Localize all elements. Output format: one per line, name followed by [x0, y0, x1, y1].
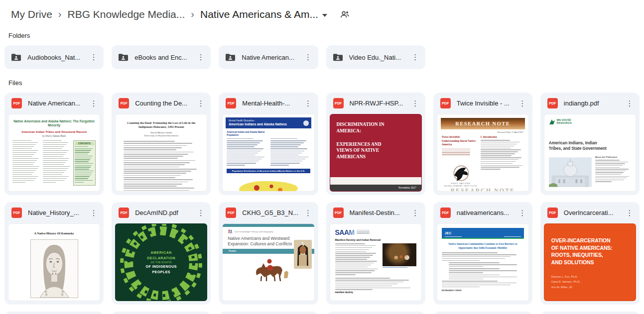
- text-line: [124, 149, 176, 150]
- text-line: [357, 230, 370, 230]
- text-line: [12, 164, 33, 165]
- files-grid: PDF Native American... ⋮ Native American…: [0, 93, 644, 314]
- file-name: DecAmIND.pdf: [135, 209, 195, 216]
- file-card-partial[interactable]: [540, 312, 640, 314]
- preview-title-2: EXPERIENCES AND VIEWS OF NATIVE AMERICAN…: [337, 141, 393, 160]
- file-card-partial[interactable]: [112, 312, 211, 314]
- text-line: [75, 152, 90, 152]
- preview-intro-heading: I. Introduction: [481, 135, 524, 138]
- kebab-menu-icon[interactable]: ⋮: [516, 207, 528, 219]
- text-line: [12, 176, 38, 177]
- file-card-manifest-destiny[interactable]: PDF Manifest-Destin... ⋮ SAAM Manifest D…: [326, 202, 425, 305]
- text-line: [449, 275, 500, 276]
- file-card-indiangb[interactable]: PDF indiangb.pdf ⋮ MN HOUSE RESEARCH Ame…: [540, 93, 640, 195]
- file-name: Manifest-Destin...: [350, 209, 409, 216]
- chevron-down-icon[interactable]: [322, 14, 327, 17]
- text-line: [75, 178, 88, 179]
- file-card-over-incarceration[interactable]: PDF OverIncarcerati... ⋮ OVER-INCARCERAT…: [540, 202, 640, 305]
- file-card-header: PDF Native_History_... ⋮: [4, 202, 104, 223]
- text-lines: [122, 141, 201, 192]
- cover-white-band: [330, 177, 421, 185]
- text-line: [357, 233, 370, 233]
- folder-card-ebooks[interactable]: eBooks and Enc... ⋮: [112, 45, 211, 69]
- kebab-menu-icon[interactable]: ⋮: [302, 51, 314, 63]
- kebab-menu-icon[interactable]: ⋮: [409, 98, 421, 109]
- file-card-twice-invisible[interactable]: PDF Twice Invisible - ... ⋮ RESEARCH NOT…: [433, 93, 532, 195]
- file-card-partial[interactable]: [326, 312, 425, 314]
- kebab-menu-icon[interactable]: ⋮: [624, 98, 636, 109]
- file-card-header: PDF Manifest-Destin... ⋮: [326, 202, 425, 223]
- kebab-menu-icon[interactable]: ⋮: [302, 207, 314, 219]
- preview-intro-heading: INTRODUCTION: [442, 289, 524, 292]
- preview-title: OVER-INCARCERATION OF NATIVE AMERICANS: …: [551, 237, 629, 266]
- folders-section-label: Folders: [8, 32, 644, 39]
- file-card-header: PDF Mental-Health-... ⋮: [219, 93, 318, 114]
- chevron-right-icon: ›: [58, 8, 62, 20]
- kebab-menu-icon[interactable]: ⋮: [409, 51, 421, 63]
- kebab-menu-icon[interactable]: ⋮: [624, 207, 636, 219]
- text-line: [481, 167, 519, 168]
- kebab-menu-icon[interactable]: ⋮: [195, 207, 207, 219]
- file-card-mental-health[interactable]: PDF Mental-Health-... ⋮ Mental Health Di…: [219, 93, 318, 195]
- text-line: [227, 159, 261, 160]
- file-thumbnail: AMERICAN DECLARATION ON THE RIGHTS OF IN…: [115, 223, 207, 301]
- kebab-menu-icon[interactable]: ⋮: [409, 207, 421, 219]
- file-card-partial[interactable]: [4, 312, 104, 314]
- text-line: [227, 157, 264, 158]
- kebab-menu-icon[interactable]: ⋮: [302, 98, 314, 109]
- preview-contents-label: CONTENTS:: [75, 142, 94, 145]
- text-lines: [449, 262, 524, 267]
- file-card-jec-report[interactable]: PDF nativeamericans... ⋮ JEC Native Amer…: [433, 202, 532, 305]
- preview-title: American Indians, Indian Tribes, and Sta…: [549, 141, 608, 151]
- breadcrumb-item-parent-folder[interactable]: RBG Knowledge Media...: [65, 7, 188, 21]
- text-line: [595, 172, 624, 173]
- folder-card-video-edu[interactable]: Video Edu._Nati... ⋮: [326, 45, 425, 69]
- text-line: [270, 153, 302, 154]
- breadcrumb-item-current-folder[interactable]: Native Americans & Am...: [197, 7, 321, 21]
- file-name: CKHG_G5_B3_N...: [242, 209, 302, 216]
- file-card-npr-rwjf[interactable]: PDF NPR-RWJF-HSP... ⋮ DISCRIMINATION IN …: [326, 93, 425, 195]
- shared-folder-icon: [226, 53, 235, 61]
- kebab-menu-icon[interactable]: ⋮: [516, 98, 528, 109]
- text-line: [270, 157, 308, 158]
- file-thumbnail: SAAM Manifest Destiny and Indian Removal…: [330, 223, 422, 301]
- text-line: [124, 141, 175, 142]
- kebab-menu-icon[interactable]: ⋮: [195, 51, 207, 63]
- kebab-menu-icon[interactable]: ⋮: [88, 207, 100, 219]
- file-card-native-american[interactable]: PDF Native American... ⋮ Native American…: [4, 93, 104, 195]
- text-line: [75, 182, 84, 183]
- pdf-icon: PDF: [440, 98, 451, 108]
- text-line: [124, 147, 181, 148]
- file-card-ckhg[interactable]: PDF CKHG_G5_B3_N... ⋮ Core Knowledge® Hi…: [219, 202, 318, 305]
- kebab-menu-icon[interactable]: ⋮: [88, 98, 100, 109]
- text-line: [43, 182, 56, 183]
- text-line: [75, 148, 92, 149]
- text-line: [442, 256, 511, 257]
- folder-card-native-american[interactable]: Native American... ⋮: [219, 45, 318, 69]
- file-card-partial[interactable]: [433, 312, 532, 314]
- file-card-partial[interactable]: [219, 312, 318, 314]
- shared-members-button[interactable]: [339, 9, 350, 19]
- file-name: Native_History_...: [28, 209, 88, 216]
- core-knowledge-brand: Core Knowledge® History and Geography: [228, 229, 314, 234]
- kebab-menu-icon[interactable]: ⋮: [195, 98, 207, 109]
- folder-card-audiobooks[interactable]: Audiobooks_Nat... ⋮: [4, 45, 104, 69]
- file-card-counting-the-dead[interactable]: PDF Counting the De... ⋮ Counting the De…: [112, 93, 211, 195]
- text-line: [12, 160, 37, 161]
- file-card-native-history[interactable]: PDF Native_History_... ⋮ A Native Histor…: [4, 202, 104, 305]
- kebab-menu-icon[interactable]: ⋮: [88, 51, 100, 63]
- text-line: [481, 146, 514, 147]
- breadcrumb-item-my-drive[interactable]: My Drive: [8, 7, 55, 21]
- file-card-header: PDF CKHG_G5_B3_N... ⋮: [219, 202, 318, 223]
- text-line: [227, 140, 262, 141]
- jec-header-band: JEC: [442, 228, 524, 238]
- text-lines: [75, 146, 94, 183]
- text-line: [595, 180, 624, 180]
- file-card-decamind[interactable]: PDF DecAmIND.pdf ⋮ AMERICAN DECLARATION …: [112, 202, 211, 305]
- text-lines: [449, 275, 524, 279]
- text-line: [124, 190, 189, 191]
- text-line: [481, 157, 522, 158]
- text-line: [43, 142, 68, 143]
- file-thumbnail: DISCRIMINATION IN AMERICA: EXPERIENCES A…: [330, 114, 422, 192]
- text-line: [227, 144, 257, 145]
